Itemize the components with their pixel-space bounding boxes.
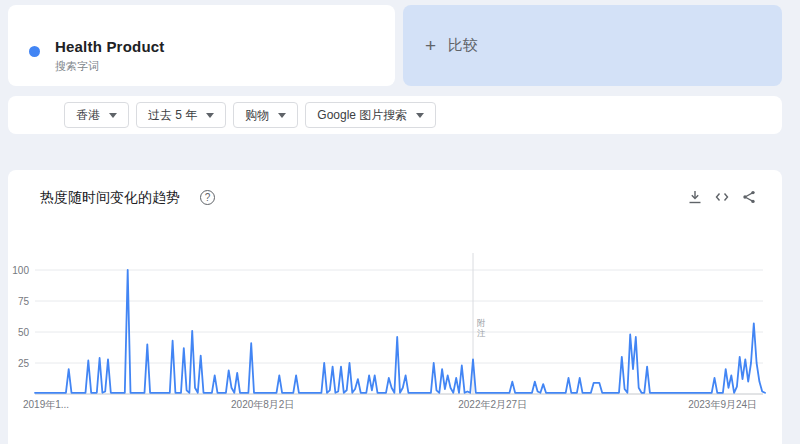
- filter-category-dropdown[interactable]: 购物: [233, 102, 298, 128]
- filter-region-label: 香港: [76, 107, 100, 124]
- search-term-card[interactable]: Health Product 搜索字词: [8, 5, 395, 86]
- chevron-down-icon: [109, 113, 117, 118]
- filter-searchtype-dropdown[interactable]: Google 图片搜索: [305, 102, 436, 128]
- y-axis-tick-label: 75: [18, 296, 30, 307]
- chart-title: 热度随时间变化的趋势: [40, 189, 180, 207]
- chevron-down-icon: [416, 113, 424, 118]
- help-icon[interactable]: ?: [200, 190, 215, 205]
- x-axis-tick-label: 2019年1...: [23, 399, 69, 410]
- annotation-label: 附: [477, 318, 486, 328]
- download-icon[interactable]: [688, 190, 702, 204]
- annotation-label: 注: [477, 328, 486, 338]
- y-axis-tick-label: 25: [18, 358, 30, 369]
- share-icon[interactable]: [742, 190, 756, 204]
- chevron-down-icon: [206, 113, 214, 118]
- trend-chart-plot[interactable]: 100755025附注2019年1...2020年8月2日2022年2月27日2…: [8, 250, 782, 420]
- interest-over-time-card: 热度随时间变化的趋势 ? 100755025附注2019年1...2020年8月…: [8, 170, 782, 444]
- embed-icon[interactable]: [715, 190, 729, 204]
- chevron-down-icon: [278, 113, 286, 118]
- y-axis-tick-label: 50: [18, 327, 30, 338]
- filter-timerange-dropdown[interactable]: 过去 5 年: [136, 102, 226, 128]
- filter-searchtype-label: Google 图片搜索: [317, 107, 407, 124]
- filter-bar: 香港 过去 5 年 购物 Google 图片搜索: [8, 96, 782, 134]
- trend-line: [35, 270, 765, 393]
- series-color-dot-icon: [29, 46, 40, 57]
- search-term-type: 搜索字词: [55, 59, 99, 74]
- filter-category-label: 购物: [245, 107, 269, 124]
- search-term-label: Health Product: [55, 38, 164, 55]
- y-axis-tick-label: 100: [12, 265, 29, 276]
- add-comparison-label: 比较: [448, 36, 478, 55]
- chart-header: 热度随时间变化的趋势 ?: [8, 170, 782, 214]
- filter-timerange-label: 过去 5 年: [148, 107, 197, 124]
- x-axis-tick-label: 2022年2月27日: [458, 399, 527, 410]
- x-axis-tick-label: 2020年8月2日: [231, 399, 294, 410]
- add-comparison-card[interactable]: + 比较: [403, 5, 782, 86]
- filter-region-dropdown[interactable]: 香港: [64, 102, 129, 128]
- x-axis-tick-label: 2023年9月24日: [688, 399, 757, 410]
- plus-icon: +: [425, 36, 436, 55]
- chart-toolbar: [688, 190, 756, 204]
